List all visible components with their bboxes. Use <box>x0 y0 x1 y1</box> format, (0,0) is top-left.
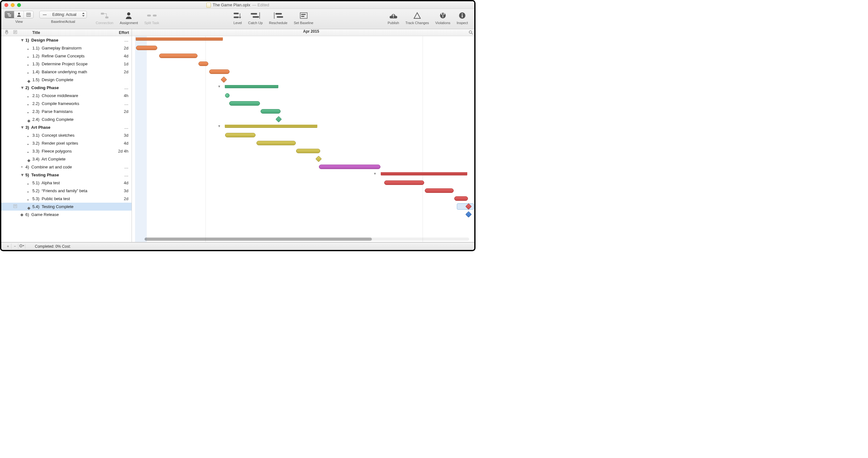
gantt-task-bar[interactable] <box>136 46 158 50</box>
gantt-task-bar[interactable] <box>260 109 281 114</box>
task-row[interactable]: ◆1.5) Design Complete <box>1 76 131 84</box>
svg-rect-11 <box>105 17 108 19</box>
view-calendar-button[interactable] <box>24 11 33 18</box>
task-row[interactable]: ◆6) Game Release <box>1 211 131 218</box>
zoom-window-button[interactable] <box>17 3 21 7</box>
gantt-body[interactable]: ▼▼▼ <box>132 36 474 242</box>
level-button[interactable]: Level <box>233 11 242 25</box>
task-row[interactable]: •3.2) Render pixel sprites4d <box>1 139 131 147</box>
gantt-task-bar[interactable] <box>225 133 255 138</box>
view-gantt-button[interactable] <box>5 11 14 18</box>
window-title[interactable]: The Game Plan.oplx — Edited <box>206 3 269 8</box>
assignment-button[interactable]: Assignment <box>120 11 138 25</box>
gantt-milestone[interactable] <box>315 156 322 162</box>
task-row[interactable]: •3.1) Concept sketches3d <box>1 131 131 139</box>
gantt-task-bar[interactable] <box>256 141 296 145</box>
remove-button[interactable]: － <box>11 244 19 249</box>
gantt-summary-bar[interactable] <box>225 85 278 88</box>
task-row[interactable]: ◆3.4) Art Complete <box>1 155 131 163</box>
view-segment-label: View <box>15 20 23 24</box>
gantt-disclosure-icon[interactable]: ▼ <box>373 172 377 175</box>
track-changes-button[interactable]: Track Changes <box>405 11 429 25</box>
magnifier-icon[interactable] <box>469 30 473 35</box>
task-row[interactable]: ◆2.4) Coding Complete <box>1 116 131 123</box>
gantt-task-bar[interactable] <box>159 54 197 58</box>
task-row[interactable]: •5.2) “Friends and family” beta3d <box>1 187 131 195</box>
column-header-effort[interactable]: Effort <box>119 30 129 35</box>
close-window-button[interactable] <box>4 3 8 7</box>
gantt-task-bar[interactable] <box>319 164 380 169</box>
task-row[interactable]: ▼2) Coding Phase… <box>1 84 131 92</box>
gantt-task-bar[interactable] <box>229 101 260 105</box>
publish-button[interactable]: Publish <box>388 11 399 25</box>
task-row[interactable]: •1.1) Gameplay Brainstorm2d <box>1 44 131 52</box>
split-task-button[interactable]: Split Task <box>144 11 159 25</box>
gantt-milestone[interactable] <box>276 116 282 122</box>
disclosure-triangle-icon[interactable]: ▼ <box>20 38 24 42</box>
gantt-summary-bar[interactable] <box>225 125 317 128</box>
minimize-window-button[interactable] <box>11 3 14 7</box>
task-row[interactable]: ▼3) Art Phase… <box>1 123 131 131</box>
baseline-dropdown-value: Editing: Actual <box>52 12 76 17</box>
violations-button[interactable]: Violations <box>435 11 451 25</box>
gantt-task-bar[interactable] <box>198 62 208 66</box>
set-baseline-button[interactable]: Set Baseline <box>294 11 313 25</box>
add-button[interactable]: ＋ <box>4 244 11 249</box>
column-header-title[interactable]: Title <box>32 30 40 35</box>
baseline-actual-dropdown[interactable]: — Editing: Actual <box>39 11 87 19</box>
outline-header[interactable]: Title Effort <box>1 29 131 36</box>
task-row[interactable]: •4) Combine art and code… <box>1 163 131 171</box>
disclosure-triangle-icon[interactable]: ▼ <box>20 125 24 130</box>
inspect-button[interactable]: Inspect <box>457 11 468 25</box>
gantt-milestone[interactable] <box>465 211 472 218</box>
gantt-summary-bar[interactable] <box>381 172 467 175</box>
task-effort: … <box>124 164 128 170</box>
gantt-short-task[interactable] <box>225 93 229 98</box>
task-row[interactable]: •5.3) Public beta test2d <box>1 195 131 203</box>
svg-point-3 <box>18 13 20 14</box>
task-row[interactable]: •2.1) Choose middleware4h <box>1 92 131 100</box>
disclosure-triangle-icon[interactable]: ▼ <box>20 85 24 90</box>
svg-rect-18 <box>253 16 259 18</box>
gantt-task-bar[interactable] <box>209 69 230 74</box>
grab-icon[interactable] <box>4 30 9 35</box>
view-resource-button[interactable] <box>14 11 24 18</box>
catch-up-button[interactable]: Catch Up <box>248 11 263 25</box>
gantt-summary-bar[interactable] <box>136 37 222 40</box>
toolbar: View — Editing: Actual Baseline/Actual C… <box>1 9 474 29</box>
task-row[interactable]: •3.3) Fleece polygons2d 4h <box>1 147 131 155</box>
svg-rect-24 <box>301 14 306 15</box>
task-row[interactable]: •2.3) Parse framistans2d <box>1 108 131 116</box>
gantt-disclosure-icon[interactable]: ▼ <box>217 85 221 88</box>
horizontal-scrollbar[interactable] <box>145 238 469 241</box>
task-row[interactable]: •1.2) Refine Game Concepts4d <box>1 52 131 60</box>
gantt-disclosure-icon[interactable]: ▼ <box>217 124 221 128</box>
gantt-task-bar[interactable] <box>454 196 468 201</box>
gantt-time-header[interactable]: Apr 2015 <box>132 29 474 36</box>
task-row[interactable]: ◆5.4) Testing Complete <box>1 203 131 211</box>
note-header-icon[interactable] <box>13 30 17 35</box>
task-row[interactable]: •5.1) Alpha test4d <box>1 179 131 187</box>
task-row[interactable]: •2.2) Compile frameworks… <box>1 100 131 108</box>
task-title: 2.2) Compile frameworks <box>32 101 79 106</box>
task-row[interactable]: ▼1) Design Phase… <box>1 36 131 44</box>
row-note-icon[interactable] <box>13 204 17 209</box>
gantt-task-bar[interactable] <box>425 188 454 193</box>
task-effort: 1d <box>124 62 128 66</box>
task-bullet-icon: • <box>27 190 30 192</box>
task-row[interactable]: •1.4) Balance underlying math2d <box>1 68 131 76</box>
scrollbar-thumb[interactable] <box>145 238 372 241</box>
reschedule-button[interactable]: Reschedule <box>269 11 287 25</box>
gantt-chart[interactable]: Apr 2015 ▼▼▼ <box>132 29 474 242</box>
task-row[interactable]: ▼5) Testing Phase… <box>1 171 131 179</box>
titlebar[interactable]: The Game Plan.oplx — Edited <box>1 1 474 9</box>
gantt-milestone[interactable] <box>221 77 227 83</box>
level-icon <box>234 11 242 20</box>
task-row[interactable]: •1.3) Determine Project Scope1d <box>1 60 131 68</box>
connection-button[interactable]: Connection <box>96 11 114 25</box>
action-menu-button[interactable] <box>19 244 25 249</box>
disclosure-triangle-icon[interactable]: ▼ <box>20 173 24 177</box>
gantt-task-bar[interactable] <box>384 181 425 185</box>
task-bullet-icon: • <box>27 55 30 57</box>
gantt-task-bar[interactable] <box>296 149 320 153</box>
